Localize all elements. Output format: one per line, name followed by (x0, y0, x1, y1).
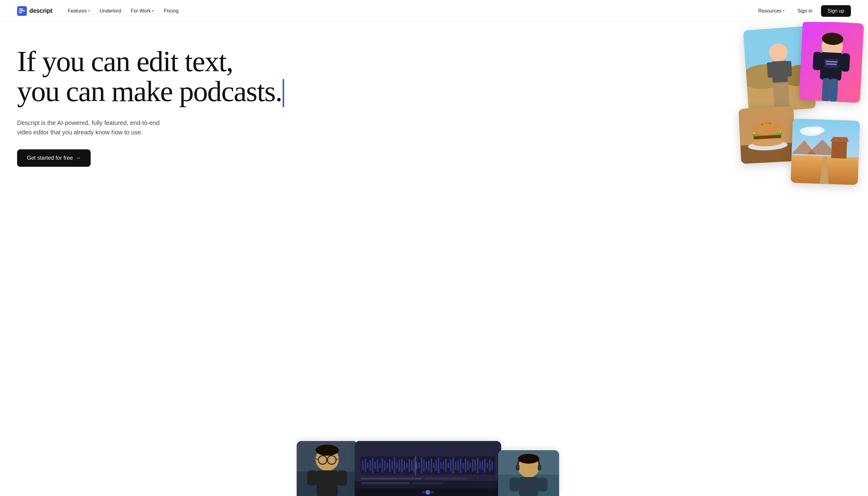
svg-rect-104 (462, 462, 464, 468)
svg-rect-38 (792, 119, 860, 158)
svg-point-28 (748, 140, 788, 152)
sign-in-button[interactable]: Sign in (791, 5, 819, 17)
svg-rect-20 (840, 53, 850, 72)
svg-rect-133 (519, 477, 539, 496)
svg-rect-5 (746, 75, 816, 113)
sign-up-button[interactable]: Sign up (821, 5, 851, 17)
svg-rect-63 (362, 461, 364, 470)
nav-link-resources[interactable]: Resources ▾ (754, 6, 789, 16)
cta-get-started-button[interactable]: Get started for free → (17, 149, 91, 167)
svg-rect-111 (480, 462, 481, 469)
svg-rect-95 (440, 462, 441, 469)
svg-rect-19 (813, 52, 822, 70)
svg-point-51 (316, 445, 339, 456)
nav-link-pricing[interactable]: Pricing (159, 6, 183, 16)
svg-rect-107 (470, 463, 471, 468)
svg-rect-70 (380, 463, 381, 468)
svg-rect-94 (438, 458, 439, 473)
svg-rect-13 (785, 61, 792, 76)
svg-rect-91 (431, 459, 432, 472)
svg-rect-77 (397, 462, 398, 469)
svg-rect-66 (370, 460, 371, 471)
hero-subtext: Descript is the AI-powered, fully featur… (17, 118, 176, 137)
svg-rect-25 (829, 78, 838, 102)
svg-rect-71 (382, 458, 383, 473)
text-cursor (283, 79, 284, 107)
svg-rect-105 (465, 459, 466, 472)
logo-icon (17, 6, 27, 16)
hero-floating-images (691, 22, 868, 230)
svg-marker-44 (819, 156, 830, 184)
svg-rect-15 (799, 22, 864, 103)
svg-rect-99 (450, 459, 451, 471)
float-card-desert (790, 119, 860, 185)
bottom-card-video-preview (355, 441, 501, 496)
svg-rect-39 (790, 155, 858, 185)
svg-rect-114 (487, 463, 488, 468)
svg-rect-108 (472, 459, 473, 472)
float-card-person-pink (799, 22, 864, 103)
logo-text: descript (29, 7, 52, 14)
svg-rect-6 (746, 68, 814, 82)
svg-marker-46 (807, 139, 838, 155)
svg-rect-131 (538, 465, 542, 470)
svg-rect-76 (394, 458, 395, 474)
svg-rect-24 (822, 78, 831, 102)
svg-rect-90 (428, 461, 430, 470)
svg-rect-1 (19, 9, 23, 10)
svg-rect-32 (753, 129, 781, 134)
svg-rect-130 (516, 465, 519, 470)
svg-rect-27 (740, 143, 796, 164)
nav-right: Resources ▾ Sign in Sign up (754, 5, 851, 17)
svg-rect-106 (467, 461, 468, 470)
svg-rect-102 (457, 460, 459, 471)
hero-bottom-images (297, 435, 571, 496)
svg-rect-97 (445, 459, 447, 472)
svg-rect-85 (416, 462, 417, 469)
svg-rect-83 (411, 460, 412, 471)
svg-rect-81 (406, 463, 407, 468)
svg-rect-96 (443, 461, 444, 470)
hero-section: If you can edit text, you can make podca… (0, 22, 868, 496)
svg-point-36 (765, 122, 767, 123)
svg-marker-45 (792, 140, 817, 155)
chevron-down-icon: ▾ (152, 9, 154, 13)
svg-rect-87 (421, 457, 422, 474)
chevron-down-icon: ▾ (88, 9, 90, 13)
svg-point-35 (768, 122, 772, 124)
svg-point-17 (822, 32, 843, 46)
svg-rect-78 (399, 460, 400, 471)
svg-rect-88 (423, 459, 424, 471)
svg-rect-30 (754, 134, 781, 140)
svg-rect-31 (753, 131, 782, 137)
svg-rect-22 (825, 61, 837, 63)
svg-rect-59 (337, 470, 347, 486)
svg-rect-18 (820, 52, 843, 81)
svg-rect-65 (367, 462, 368, 468)
svg-rect-11 (771, 61, 788, 83)
svg-rect-9 (773, 79, 790, 111)
svg-rect-82 (409, 459, 410, 472)
svg-rect-26 (738, 106, 796, 164)
svg-rect-23 (826, 63, 837, 65)
svg-point-41 (809, 126, 825, 134)
svg-rect-135 (538, 478, 548, 492)
logo[interactable]: descript (17, 6, 52, 16)
hero-headline: If you can edit text, you can make podca… (17, 46, 517, 108)
svg-marker-43 (830, 137, 849, 142)
nav-link-features[interactable]: Features ▾ (63, 6, 94, 16)
svg-rect-101 (455, 462, 456, 469)
svg-rect-69 (377, 459, 378, 471)
nav-links: Features ▾ Underlord For Work ▾ Pricing (63, 6, 183, 16)
svg-rect-75 (391, 461, 393, 470)
svg-rect-73 (387, 462, 388, 468)
float-card-food (738, 106, 796, 164)
svg-rect-92 (433, 463, 434, 468)
svg-rect-116 (492, 462, 493, 469)
bottom-card-person-glasses (297, 441, 358, 496)
svg-rect-124 (422, 492, 426, 493)
nav-link-for-work[interactable]: For Work ▾ (127, 6, 158, 16)
svg-rect-74 (389, 459, 390, 472)
svg-rect-93 (435, 460, 437, 471)
nav-link-underlord[interactable]: Underlord (96, 6, 126, 16)
